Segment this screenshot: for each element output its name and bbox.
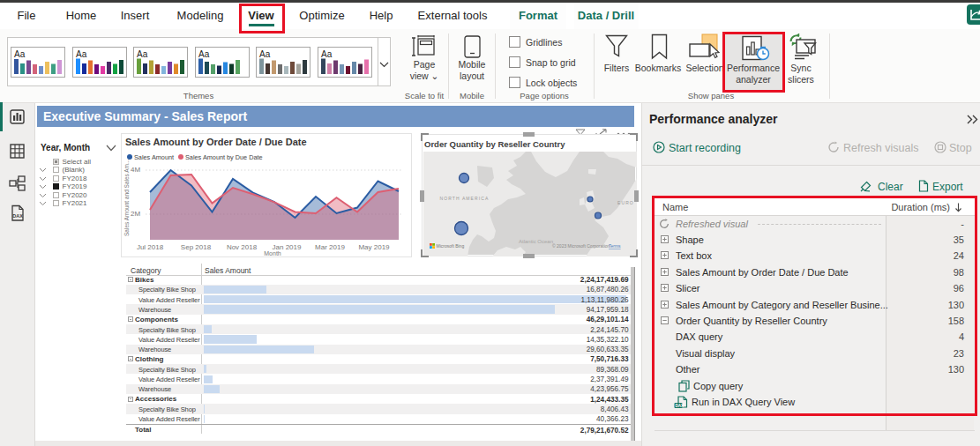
svg-text:Aa: Aa: [14, 49, 26, 59]
svg-text:Aa: Aa: [198, 49, 210, 59]
svg-text:Aa: Aa: [76, 49, 87, 59]
svg-text:Aa: Aa: [321, 49, 333, 59]
svg-text:DAX: DAX: [12, 213, 23, 219]
svg-text:Aa: Aa: [137, 49, 148, 59]
svg-text:Aa: Aa: [259, 49, 271, 59]
